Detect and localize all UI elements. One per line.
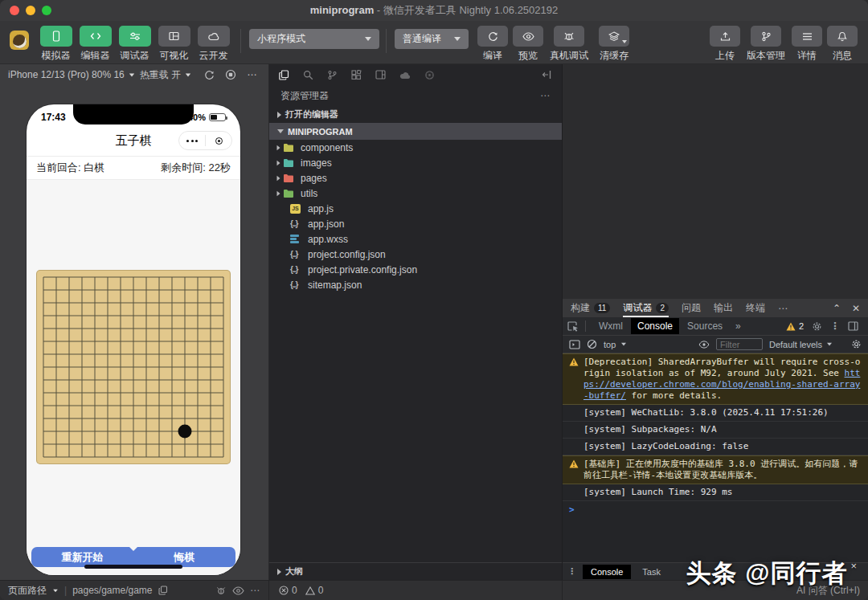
editor-toggle-button[interactable]: 编辑器: [76, 26, 114, 63]
console-sidebar-toggle-icon[interactable]: [569, 340, 580, 349]
drawer-tab-console[interactable]: Console: [583, 565, 631, 579]
tree-file-project-private-config[interactable]: {..} project.private.config.json: [269, 262, 562, 277]
game-content: 重新开始 悔棋: [27, 180, 240, 575]
console-log-message: [system] Subpackages: N/A: [563, 422, 868, 439]
restart-simulator-button[interactable]: [201, 70, 218, 80]
main-toolbar: 模拟器 编辑器 调试器 可视化 云开发 小程序模式 普通编译 编译: [0, 21, 868, 64]
clear-cache-button[interactable]: 清缓存: [592, 26, 636, 63]
device-dropdown[interactable]: iPhone 12/13 (Pro) 80% 16: [8, 69, 135, 80]
cloud-activity-icon[interactable]: [399, 71, 411, 80]
editor-empty-area[interactable]: [563, 64, 868, 299]
clear-console-icon[interactable]: [587, 339, 597, 349]
preview-eye-icon[interactable]: [232, 586, 244, 595]
close-miniprogram-button[interactable]: [206, 137, 231, 145]
devtools-tab-sources[interactable]: Sources: [681, 318, 729, 334]
collapse-debugger-button[interactable]: ⌃: [833, 303, 841, 314]
live-expression-eye-icon[interactable]: [698, 341, 710, 349]
compile-mode-dropdown[interactable]: 普通编译: [395, 29, 469, 49]
simulator-toggle-button[interactable]: 模拟器: [37, 26, 75, 63]
chevron-down-icon: [621, 343, 626, 346]
more-menu-button[interactable]: [179, 140, 205, 142]
tab-output[interactable]: 输出: [714, 299, 733, 317]
npm-package-icon[interactable]: [424, 70, 435, 80]
page-title: 五子棋: [116, 133, 152, 149]
devtools-tab-wxml[interactable]: Wxml: [592, 318, 629, 334]
error-icon: [279, 586, 289, 595]
inspect-element-icon[interactable]: [567, 321, 579, 332]
bug-icon: [563, 31, 575, 42]
close-debugger-button[interactable]: ✕: [852, 303, 860, 314]
devtools-more-tabs-button[interactable]: »: [731, 320, 746, 332]
folder-icon: [283, 173, 295, 183]
tabs-more-button[interactable]: ⋯: [778, 303, 788, 314]
page-path-dropdown[interactable]: 页面路径: [8, 584, 47, 598]
simulator-more-button[interactable]: ⋯: [244, 69, 260, 80]
tree-file-project-config[interactable]: {..} project.config.json: [269, 247, 562, 262]
tree-file-sitemap-json[interactable]: {..} sitemap.json: [269, 277, 562, 292]
open-editors-section[interactable]: 打开的编辑器: [269, 106, 562, 123]
explorer-header: 资源管理器 ⋯: [269, 85, 562, 106]
collapse-panel-icon[interactable]: [542, 70, 552, 80]
game-board-grid[interactable]: [36, 270, 231, 464]
tree-file-app-json[interactable]: {..} app.json: [269, 216, 562, 231]
window-layout-icon[interactable]: [375, 70, 386, 80]
ai-qa-button[interactable]: AI 问答 (Ctrl+I): [796, 584, 860, 598]
tree-folder-images[interactable]: images: [269, 155, 562, 170]
hot-reload-dropdown[interactable]: 热重载 开: [140, 68, 191, 82]
dock-side-icon[interactable]: [848, 321, 858, 331]
tab-debugger[interactable]: 调试器2: [623, 299, 669, 317]
tree-folder-pages[interactable]: pages: [269, 170, 562, 186]
vconsole-bug-icon[interactable]: [215, 586, 227, 596]
devtools-settings-icon[interactable]: [812, 321, 822, 332]
console-prompt[interactable]: >: [563, 501, 868, 518]
tree-folder-components[interactable]: components: [269, 140, 562, 155]
javascript-file-icon: JS: [290, 204, 302, 214]
tree-folder-utils[interactable]: utils: [269, 186, 562, 201]
explorer-more-button[interactable]: ⋯: [540, 90, 551, 101]
tree-file-app-js[interactable]: JS app.js: [269, 201, 562, 216]
tree-file-app-wxss[interactable]: app.wxss: [269, 231, 562, 247]
chevron-right-icon: [277, 112, 281, 118]
upload-button[interactable]: 上传: [707, 26, 743, 63]
extensions-icon[interactable]: [351, 70, 362, 80]
warnings-counter[interactable]: 2: [786, 321, 804, 331]
tab-problems[interactable]: 问题: [682, 299, 701, 317]
mode-dropdown[interactable]: 小程序模式: [249, 29, 379, 49]
compile-button[interactable]: 编译: [475, 26, 510, 63]
warning-count[interactable]: 0: [305, 585, 324, 596]
copy-icon[interactable]: [158, 586, 168, 595]
source-control-icon[interactable]: [327, 70, 338, 80]
version-control-button[interactable]: 版本管理: [743, 26, 789, 63]
files-icon[interactable]: [279, 70, 289, 80]
drawer-menu-icon[interactable]: ⋮: [567, 566, 576, 577]
stop-simulator-button[interactable]: [223, 69, 240, 80]
details-button[interactable]: 详情: [789, 26, 825, 63]
console-warning-message: [Deprecation] SharedArrayBuffer will req…: [563, 353, 868, 405]
log-levels-dropdown[interactable]: Default levels: [769, 340, 833, 349]
cloud-dev-button[interactable]: 云开发: [194, 26, 232, 63]
battery-indicator: 40%: [188, 112, 226, 122]
debugger-toggle-button[interactable]: 调试器: [116, 26, 154, 63]
console-output[interactable]: [Deprecation] SharedArrayBuffer will req…: [563, 353, 868, 562]
page-path-value: pages/game/game: [72, 585, 152, 596]
console-filter-input[interactable]: [716, 338, 763, 350]
devtools-menu-icon[interactable]: ⋮: [830, 320, 840, 332]
console-settings-icon[interactable]: [851, 339, 862, 349]
visualizer-toggle-button[interactable]: 可视化: [155, 26, 193, 63]
outline-section[interactable]: 大纲: [269, 562, 562, 580]
main-area: iPhone 12/13 (Pro) 80% 16 热重载 开 ⋯ 17:43 …: [0, 64, 868, 580]
error-count[interactable]: 0: [279, 585, 297, 596]
chevron-down-icon: [365, 37, 371, 41]
statusbar-more-icon[interactable]: ⋯: [250, 585, 260, 596]
preview-button[interactable]: 预览: [510, 26, 546, 63]
tab-build[interactable]: 构建11: [571, 299, 610, 317]
frame-context-dropdown[interactable]: top: [604, 340, 692, 349]
tab-terminal[interactable]: 终端: [746, 299, 765, 317]
devtools-tab-console[interactable]: Console: [631, 318, 679, 334]
user-avatar[interactable]: [10, 31, 29, 50]
remote-debug-button[interactable]: 真机调试: [546, 26, 592, 63]
drawer-tab-task[interactable]: Task: [634, 565, 669, 579]
search-icon[interactable]: [303, 70, 313, 80]
project-root-section[interactable]: MINIPROGRAM: [269, 123, 562, 140]
messages-button[interactable]: 消息: [825, 26, 860, 63]
